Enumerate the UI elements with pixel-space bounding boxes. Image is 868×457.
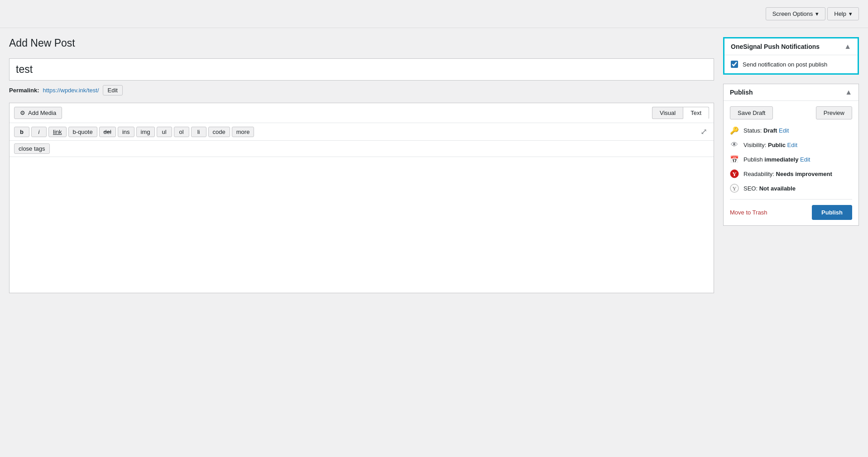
- send-notification-label: Send notification on post publish: [743, 61, 827, 68]
- screen-options-label: Screen Options: [772, 10, 813, 17]
- format-img-button[interactable]: img: [136, 127, 155, 137]
- publish-actions: Save Draft Preview: [730, 106, 852, 119]
- add-media-button[interactable]: ⚙ Add Media: [14, 107, 62, 119]
- format-italic-button[interactable]: i: [31, 127, 47, 137]
- publish-panel-header: Publish ▲: [724, 84, 858, 101]
- add-media-label: Add Media: [28, 109, 56, 116]
- page-title: Add New Post: [9, 37, 714, 49]
- onesignal-collapse-button[interactable]: ▲: [844, 43, 851, 50]
- onesignal-panel-header: OneSignal Push Notifications ▲: [724, 38, 858, 55]
- calendar-icon: 📅: [730, 155, 739, 164]
- publish-collapse-button[interactable]: ▲: [845, 89, 852, 96]
- format-link-button[interactable]: link: [48, 127, 67, 137]
- save-draft-button[interactable]: Save Draft: [730, 106, 773, 119]
- right-column: OneSignal Push Notifications ▲ Send noti…: [723, 37, 859, 293]
- send-notification-checkbox[interactable]: [731, 61, 738, 68]
- chevron-down-icon: ▾: [849, 10, 852, 17]
- screen-options-button[interactable]: Screen Options ▾: [766, 7, 826, 20]
- readability-label: Readability:: [743, 171, 774, 177]
- permalink-edit-button[interactable]: Edit: [103, 85, 123, 95]
- readability-icon: Y: [730, 169, 739, 178]
- svg-text:Y: Y: [732, 185, 737, 192]
- post-title-input[interactable]: [9, 58, 714, 81]
- status-value: Draft: [763, 127, 777, 134]
- format-ol-button[interactable]: ol: [174, 127, 189, 137]
- status-rows: 🔑 Status: Draft Edit 👁 Visibility: Publi…: [730, 126, 852, 193]
- format-del-button[interactable]: del: [99, 127, 116, 137]
- editor-toolbar-row: ⚙ Add Media Visual Text: [10, 103, 714, 123]
- publish-schedule-edit-link[interactable]: Edit: [800, 156, 810, 163]
- visibility-label: Visibility:: [743, 142, 766, 148]
- publish-schedule-label: Publish: [743, 156, 763, 163]
- publish-schedule-row: 📅 Publish immediately Edit: [730, 155, 852, 164]
- status-label: Status:: [743, 127, 762, 134]
- seo-value: Not available: [759, 185, 796, 192]
- publish-bottom: Move to Trash Publish: [730, 199, 852, 220]
- publish-schedule-text: Publish immediately Edit: [743, 156, 810, 163]
- visibility-text: Visibility: Public Edit: [743, 142, 797, 148]
- svg-text:Y: Y: [732, 171, 737, 177]
- format-ins-button[interactable]: ins: [118, 127, 134, 137]
- publish-panel: Publish ▲ Save Draft Preview 🔑 Status:: [723, 84, 859, 226]
- format-blockquote-button[interactable]: b-quote: [68, 127, 97, 137]
- editor-content[interactable]: [10, 157, 714, 293]
- status-icon: 🔑: [730, 126, 739, 135]
- main-layout: Add New Post Permalink: https://wpdev.in…: [0, 28, 868, 302]
- close-tags-button[interactable]: close tags: [14, 143, 50, 154]
- format-ul-button[interactable]: ul: [157, 127, 172, 137]
- format-more-button[interactable]: more: [232, 127, 254, 137]
- format-li-button[interactable]: li: [191, 127, 206, 137]
- format-code-button[interactable]: code: [208, 127, 230, 137]
- visibility-icon: 👁: [730, 140, 739, 149]
- publish-button[interactable]: Publish: [812, 205, 852, 220]
- publish-schedule-value: immediately: [764, 156, 798, 163]
- seo-text: SEO: Not available: [743, 185, 796, 192]
- format-bold-button[interactable]: b: [14, 127, 29, 137]
- left-column: Add New Post Permalink: https://wpdev.in…: [9, 37, 714, 293]
- onesignal-panel-body: Send notification on post publish: [724, 55, 858, 73]
- help-button[interactable]: Help ▾: [827, 7, 859, 20]
- readability-row: Y Readability: Needs improvement: [730, 169, 852, 178]
- seo-label: SEO:: [743, 185, 758, 192]
- expand-icon: ⤢: [700, 127, 707, 136]
- onesignal-panel-title: OneSignal Push Notifications: [731, 43, 820, 50]
- visibility-row: 👁 Visibility: Public Edit: [730, 140, 852, 149]
- chevron-down-icon: ▾: [815, 10, 819, 17]
- permalink-link[interactable]: https://wpdev.ink/test/: [43, 87, 99, 94]
- visibility-edit-link[interactable]: Edit: [787, 142, 797, 148]
- editor-container: ⚙ Add Media Visual Text b i link b-quote…: [9, 103, 714, 293]
- seo-row: Y SEO: Not available: [730, 184, 852, 193]
- onesignal-panel: OneSignal Push Notifications ▲ Send noti…: [723, 37, 859, 75]
- format-toolbar-2: close tags: [10, 141, 714, 157]
- visual-tab[interactable]: Visual: [652, 107, 683, 119]
- permalink-label: Permalink:: [9, 87, 39, 94]
- readability-text: Readability: Needs improvement: [743, 171, 832, 177]
- top-bar: Screen Options ▾ Help ▾: [0, 0, 868, 28]
- expand-editor-button[interactable]: ⤢: [699, 126, 709, 138]
- view-tabs: Visual Text: [652, 107, 709, 119]
- help-label: Help: [834, 10, 846, 17]
- send-notification-row: Send notification on post publish: [731, 61, 851, 68]
- seo-icon: Y: [730, 184, 739, 193]
- status-row: 🔑 Status: Draft Edit: [730, 126, 852, 135]
- visibility-value: Public: [768, 142, 786, 148]
- format-toolbar: b i link b-quote del ins img ul ol li co…: [10, 123, 714, 141]
- status-edit-link[interactable]: Edit: [779, 127, 789, 134]
- status-text: Status: Draft Edit: [743, 127, 789, 134]
- move-trash-link[interactable]: Move to Trash: [730, 209, 767, 216]
- permalink-row: Permalink: https://wpdev.ink/test/ Edit: [9, 85, 714, 95]
- readability-value: Needs improvement: [776, 171, 832, 177]
- text-tab[interactable]: Text: [683, 107, 709, 119]
- publish-panel-title: Publish: [730, 89, 753, 96]
- publish-panel-body: Save Draft Preview 🔑 Status: Draft Edit: [724, 101, 858, 225]
- preview-button[interactable]: Preview: [816, 106, 852, 119]
- add-media-icon: ⚙: [20, 109, 25, 116]
